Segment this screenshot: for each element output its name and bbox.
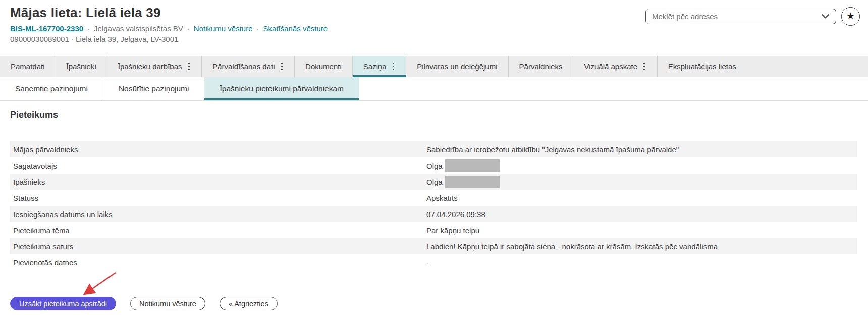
detail-row-submitted-datetime: Iesniegšanas datums un laiks 07.04.2026 … <box>10 206 857 222</box>
tab-pamatdati[interactable]: Pamatdati <box>0 56 56 77</box>
kebab-menu-icon[interactable] <box>187 62 191 72</box>
viewing-history-link[interactable]: Skatīšanās vēsture <box>263 24 328 33</box>
favorite-button[interactable]: ★ <box>841 7 860 26</box>
detail-row-content: Pieteikuma saturs Labdien! Kāpņu telpā i… <box>10 238 857 254</box>
house-case-page: Mājas lieta: Lielā iela 39 BIS-ML-167700… <box>0 0 868 319</box>
status-value: Apskatīts <box>426 194 857 202</box>
subtab-nosutitie-pazinojumi[interactable]: Nosūtītie paziņojumi <box>103 77 204 100</box>
redacted-text-block <box>445 176 500 188</box>
tab-ekspluatacijas-lietas[interactable]: Ekspluatācijas lietas <box>657 56 747 77</box>
organization-label: Jelgavas valstspilsētas BV <box>94 24 183 33</box>
detail-row-preparer: Sagatavotājs Olga <box>10 157 857 174</box>
subtab-ipasnieku-pieteikumi-parvaldniekam[interactable]: Īpašnieku pieteikumi pārvaldniekam <box>204 77 359 100</box>
search-area: ★ <box>645 7 860 26</box>
detail-row-attachments: Pievienotās datnes - <box>10 254 857 271</box>
action-buttons-row: Uzsākt pieteikuma apstrādi Notikumu vēst… <box>10 297 858 310</box>
separator-dot: · <box>87 24 90 33</box>
tab-ipasnieki[interactable]: Īpašnieki <box>56 56 107 77</box>
tab-sazina[interactable]: Saziņa <box>352 56 406 77</box>
detail-row-owner: Īpašnieks Olga <box>10 174 857 190</box>
section-title: Pieteikums <box>10 110 858 120</box>
tab-pilnvaras-un-delegejumi[interactable]: Pilnvaras un deleģējumi <box>406 56 508 77</box>
address-search-combobox[interactable] <box>645 9 836 24</box>
tab-parvaldisanas-dati[interactable]: Pārvaldīšanas dati <box>201 56 294 77</box>
kebab-menu-icon[interactable] <box>280 62 284 72</box>
case-number-link[interactable]: BIS-ML-167700-2330 <box>10 24 83 33</box>
star-icon: ★ <box>846 11 855 21</box>
back-button[interactable]: « Atgriezties <box>220 297 278 310</box>
separator-dot: · <box>187 24 190 33</box>
start-processing-button[interactable]: Uzsākt pieteikuma apstrādi <box>10 297 116 310</box>
event-history-button[interactable]: Notikumu vēsture <box>130 297 205 310</box>
tab-vizuala-apskate[interactable]: Vizuālā apskate <box>573 56 657 77</box>
chevron-down-icon[interactable] <box>821 14 830 19</box>
event-history-link[interactable]: Notikumu vēsture <box>194 24 253 33</box>
cadastre-address-line: 09000030089001 · Lielā iela 39, Jelgava,… <box>10 35 858 43</box>
redacted-text-block <box>445 160 500 172</box>
separator-dot: · <box>257 24 259 33</box>
subtab-sanemtie-pazinojumi[interactable]: Saņemtie paziņojumi <box>0 77 103 100</box>
detail-row-manager: Mājas pārvaldnieks Sabiedrība ar ierobež… <box>10 141 857 157</box>
main-tab-bar: Pamatdati Īpašnieki Īpašnieku darbības P… <box>0 56 868 77</box>
application-section: Pieteikums Mājas pārvaldnieks Sabiedrība… <box>0 110 868 310</box>
tab-dokumenti[interactable]: Dokumenti <box>294 56 352 77</box>
kebab-menu-icon[interactable] <box>392 62 396 72</box>
kebab-menu-icon[interactable] <box>642 62 646 72</box>
detail-row-topic: Pieteikuma tēma Par kāpņu telpu <box>10 222 857 238</box>
page-header: Mājas lieta: Lielā iela 39 BIS-ML-167700… <box>0 0 868 43</box>
tab-ipasnieku-darbibas[interactable]: Īpašnieku darbības <box>107 56 201 77</box>
address-search-input[interactable] <box>652 12 817 21</box>
application-details-table: Mājas pārvaldnieks Sabiedrība ar ierobež… <box>10 141 857 271</box>
sub-tab-bar: Saņemtie paziņojumi Nosūtītie paziņojumi… <box>0 77 868 101</box>
detail-row-status: Statuss Apskatīts <box>10 190 857 206</box>
tab-parvaldnieks[interactable]: Pārvaldnieks <box>508 56 573 77</box>
